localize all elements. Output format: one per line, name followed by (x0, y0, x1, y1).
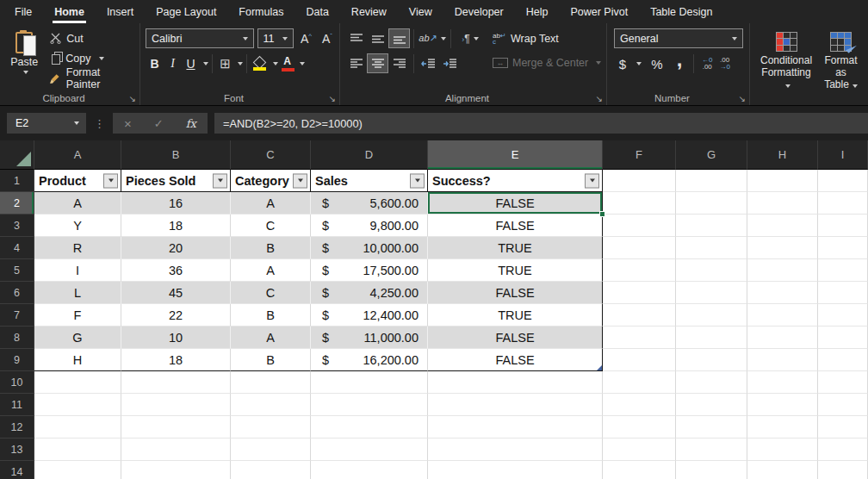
cell-d13[interactable] (311, 439, 428, 461)
cell-i5[interactable] (818, 259, 868, 282)
cell-b2[interactable]: 16 (121, 192, 231, 215)
font-name-select[interactable]: Calibri (146, 28, 254, 48)
cell-a4[interactable]: R (34, 237, 121, 259)
cell-c4[interactable]: B (231, 237, 311, 259)
cell-g4[interactable] (676, 237, 747, 259)
cell-h2[interactable] (747, 192, 818, 215)
font-color-button[interactable]: A (278, 54, 296, 73)
percent-style-button[interactable]: % (648, 54, 666, 73)
tab-developer[interactable]: Developer (443, 0, 515, 23)
cell-a8[interactable]: G (34, 327, 121, 349)
cell-e7[interactable]: TRUE (428, 304, 603, 327)
tab-power-pivot[interactable]: Power Pivot (559, 0, 639, 23)
format-as-table-button[interactable]: Format asTable (822, 32, 859, 90)
cell-e9[interactable]: FALSE (428, 349, 603, 371)
cell-h3[interactable] (747, 215, 818, 237)
cut-button[interactable]: Cut (48, 29, 136, 47)
cell-c11[interactable] (231, 394, 311, 416)
cell-i14[interactable] (818, 461, 868, 479)
increase-decimal-button[interactable]: ←0.00 (699, 57, 715, 72)
cell-h13[interactable] (747, 439, 818, 461)
cell-f12[interactable] (603, 416, 676, 439)
cell-h11[interactable] (747, 394, 818, 416)
decrease-indent-button[interactable] (418, 53, 439, 73)
cell-i11[interactable] (818, 394, 868, 416)
cell-g9[interactable] (676, 349, 747, 371)
cell-e11[interactable] (428, 394, 603, 416)
column-header-i[interactable]: I (818, 140, 868, 170)
align-middle-button[interactable] (367, 28, 388, 48)
cell-c5[interactable]: A (231, 259, 311, 282)
cell-d6[interactable]: $4,250.00 (311, 282, 428, 304)
cell-a2[interactable]: A (34, 192, 121, 215)
cell-b3[interactable]: 18 (121, 215, 231, 237)
cell-b11[interactable] (121, 394, 231, 416)
cell-c3[interactable]: C (231, 215, 311, 237)
cell-a14[interactable] (34, 461, 121, 479)
font-dialog-launcher-icon[interactable]: ↘ (329, 94, 336, 103)
cell-g1[interactable] (676, 170, 747, 192)
cell-f2[interactable] (603, 192, 676, 215)
cell-c13[interactable] (231, 439, 311, 461)
cell-c10[interactable] (231, 371, 311, 394)
copy-button[interactable]: Copy (48, 49, 136, 67)
cell-g3[interactable] (676, 215, 747, 237)
column-header-e[interactable]: E (428, 140, 603, 170)
column-header-b[interactable]: B (121, 140, 231, 170)
cell-d5[interactable]: $17,500.00 (311, 259, 428, 282)
cell-g5[interactable] (676, 259, 747, 282)
cell-i6[interactable] (818, 282, 868, 304)
cell-i10[interactable] (818, 371, 868, 394)
formula-input[interactable]: =AND(B2>=20, D2>=10000) (214, 113, 868, 134)
cell-a6[interactable]: L (34, 282, 121, 304)
cell-a10[interactable] (34, 371, 121, 394)
tab-data[interactable]: Data (294, 0, 339, 23)
row-header-5[interactable]: 5 (0, 259, 34, 282)
cell-c14[interactable] (231, 461, 311, 479)
tab-formulas[interactable]: Formulas (227, 0, 294, 23)
number-dialog-launcher-icon[interactable]: ↘ (739, 94, 746, 103)
cell-c2[interactable]: A (231, 192, 311, 215)
cell-a7[interactable]: F (34, 304, 121, 327)
cell-b6[interactable]: 45 (121, 282, 231, 304)
cell-d10[interactable] (311, 371, 428, 394)
cell-b13[interactable] (121, 439, 231, 461)
tab-review[interactable]: Review (340, 0, 398, 23)
font-size-select[interactable]: 11 (257, 28, 294, 48)
row-header-8[interactable]: 8 (0, 327, 34, 349)
cell-e5[interactable]: TRUE (428, 259, 603, 282)
cell-c7[interactable]: B (231, 304, 311, 327)
cell-c12[interactable] (231, 416, 311, 439)
cell-g8[interactable] (676, 327, 747, 349)
cell-h5[interactable] (747, 259, 818, 282)
cell-d12[interactable] (311, 416, 428, 439)
cell-e4[interactable]: TRUE (428, 237, 603, 259)
cell-f6[interactable] (603, 282, 676, 304)
cell-h4[interactable] (747, 237, 818, 259)
cell-i7[interactable] (818, 304, 868, 327)
cell-i8[interactable] (818, 327, 868, 349)
tab-table-design[interactable]: Table Design (639, 0, 723, 23)
cell-e8[interactable]: FALSE (428, 327, 603, 349)
bold-button[interactable]: B (146, 54, 164, 73)
cell-d9[interactable]: $16,200.00 (311, 349, 428, 371)
decrease-decimal-button[interactable]: .00→0 (716, 57, 732, 72)
cell-h1[interactable] (747, 170, 818, 192)
tab-page-layout[interactable]: Page Layout (145, 0, 227, 23)
cell-b5[interactable]: 36 (121, 259, 231, 282)
cell-g6[interactable] (676, 282, 747, 304)
cell-g14[interactable] (676, 461, 747, 479)
table-resize-handle[interactable] (597, 365, 602, 370)
align-left-button[interactable] (345, 53, 367, 73)
tab-view[interactable]: View (398, 0, 443, 23)
column-header-h[interactable]: H (747, 140, 818, 170)
cell-b10[interactable] (121, 371, 231, 394)
cell-d11[interactable] (311, 394, 428, 416)
column-header-a[interactable]: A (34, 140, 121, 170)
cell-c1[interactable]: Category (231, 170, 311, 192)
filter-button-c1[interactable] (293, 173, 307, 188)
row-header-11[interactable]: 11 (0, 394, 34, 416)
cell-b9[interactable]: 18 (121, 349, 231, 371)
cell-i3[interactable] (818, 215, 868, 237)
alignment-dialog-launcher-icon[interactable]: ↘ (596, 94, 603, 103)
